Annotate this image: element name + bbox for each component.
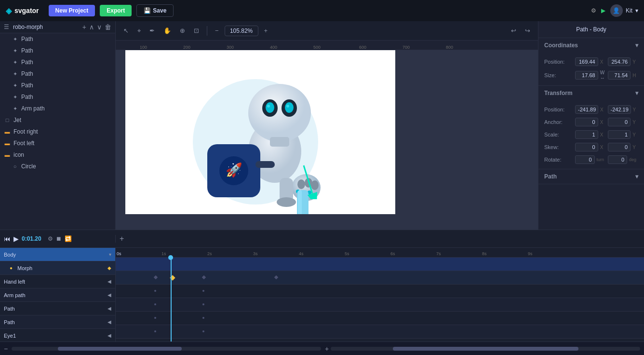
timeline-content[interactable]: 0s 1s 2s 3s 4s 5s 6s 7s 8s 9s	[116, 248, 644, 341]
position-x-value[interactable]: 169.44	[575, 57, 598, 66]
layer-item-foot-right[interactable]: ▬ Foot right	[0, 126, 115, 137]
layer-item-circle[interactable]: ○ Circle	[0, 161, 115, 172]
rotate-turn[interactable]: 0	[575, 155, 595, 164]
timeline-rows	[116, 258, 644, 341]
menu-icon[interactable]: ☰	[4, 24, 9, 30]
skew-x[interactable]: 0	[575, 143, 598, 151]
layer-name: Path	[21, 36, 33, 42]
secondary-scrollbar-thumb[interactable]	[393, 347, 578, 351]
scrollbar-track[interactable]	[12, 347, 321, 351]
crop-tool[interactable]: ⊡	[191, 25, 202, 36]
loop-button[interactable]: 🔁	[65, 235, 72, 242]
play-icon[interactable]: ▶	[601, 7, 605, 14]
position-y-value[interactable]: 254.76	[608, 57, 631, 66]
size-row: Size: 17.68 W ↔ 71.54 H	[538, 68, 644, 82]
rotate-deg[interactable]: 0	[608, 155, 628, 164]
bottom-timeline: ⏮ ▶ 0:01.20 ⚙ ⏹ 🔁 + Body ▾ ● Morph ◆	[0, 230, 644, 355]
transform-header[interactable]: Transform ▾	[538, 86, 644, 100]
logo: ◈ svgator	[6, 6, 39, 15]
layer-item[interactable]: ✦ Path	[0, 56, 115, 68]
layer-item-arm-path[interactable]: ✦ Arm path	[0, 103, 115, 114]
path-icon: ✦	[12, 82, 18, 89]
delete-button[interactable]: 🗑	[105, 23, 111, 31]
coordinates-header[interactable]: Coordinates ▾	[538, 38, 644, 53]
canvas-area[interactable]: 100 200 300 400 500 600 700 800	[116, 41, 538, 230]
layer-item[interactable]: ✦ Path	[0, 80, 115, 91]
size-w-value[interactable]: 17.68	[575, 71, 598, 80]
timeline-bottom-bar: − +	[0, 341, 644, 355]
avatar: 👤	[610, 4, 623, 17]
track-path-1[interactable]: Path ◀	[0, 302, 115, 315]
skip-start-button[interactable]: ⏮	[4, 235, 11, 243]
transform-position-row: Position: -241.89 X -242.19 Y	[538, 103, 644, 116]
pen-tool[interactable]: ✒	[147, 25, 158, 36]
layer-item-icon[interactable]: ▬ icon	[0, 149, 115, 161]
layer-name: Arm path	[21, 105, 45, 112]
stop-button[interactable]: ⏹	[56, 235, 62, 242]
topbar: ◈ svgator New Project Export 💾 Save ⚙ ▶ …	[0, 0, 644, 21]
folder-icon: ▬	[4, 151, 11, 158]
save-button[interactable]: 💾 Save	[136, 4, 174, 17]
zoom-display[interactable]: 105.82%	[225, 26, 258, 36]
layer-name: Circle	[21, 163, 36, 170]
user-button[interactable]: 👤 Kit ▾	[610, 4, 638, 17]
track-arm-path[interactable]: Arm path ◀	[0, 288, 115, 302]
right-panel: Path - Body Coordinates ▾ Position: 169.…	[538, 21, 644, 230]
hand-tool[interactable]: ✋	[161, 25, 174, 36]
anchor-y[interactable]: 0	[608, 118, 631, 126]
expand-button[interactable]: ∨	[97, 23, 102, 31]
transform-y[interactable]: -242.19	[608, 105, 631, 114]
timeline-row-path1	[116, 312, 644, 325]
add-tab-button[interactable]: +	[82, 23, 86, 31]
track-expand-icon: ▾	[109, 252, 111, 257]
scroll-plus-button[interactable]: +	[325, 345, 329, 353]
svg-point-7	[267, 105, 270, 108]
folder-icon: ▬	[4, 140, 11, 147]
add-keyframe-button[interactable]: +	[120, 234, 124, 243]
square-icon: □	[4, 117, 11, 123]
layer-name: Path	[21, 47, 33, 54]
zoom-tool[interactable]: ⊕	[177, 25, 188, 36]
undo-button[interactable]: ↩	[508, 25, 519, 36]
collapse-button[interactable]: ∧	[89, 23, 94, 31]
scrollbar-thumb[interactable]	[58, 347, 182, 351]
workspace: ☰ robo-morph + ∧ ∨ 🗑 ✦ Path ✦ Path ✦ Pat…	[0, 21, 644, 230]
track-path-2[interactable]: Path ◀	[0, 315, 115, 329]
anchor-x[interactable]: 0	[575, 118, 598, 126]
export-button[interactable]: Export	[100, 5, 132, 16]
zoom-minus-button[interactable]: −	[212, 25, 222, 36]
skew-y[interactable]: 0	[608, 143, 631, 151]
scale-x[interactable]: 1	[575, 130, 598, 139]
layer-name: Jet	[13, 117, 21, 123]
new-project-button[interactable]: New Project	[49, 5, 95, 16]
scale-y[interactable]: 1	[608, 130, 631, 139]
track-hand-left[interactable]: Hand left ◀	[0, 275, 115, 288]
track-arrow-icon: ◀	[107, 306, 111, 311]
diamond-icon: ◆	[107, 265, 111, 271]
layer-name: Foot right	[13, 128, 38, 135]
track-eye1[interactable]: Eye1 ◀	[0, 329, 115, 341]
direct-select-tool[interactable]: ⌖	[134, 25, 144, 37]
layer-item[interactable]: ✦ Path	[0, 45, 115, 56]
layer-item[interactable]: ✦ Path	[0, 33, 115, 45]
layer-item-jet[interactable]: □ Jet	[0, 114, 115, 126]
track-morph[interactable]: ● Morph ◆	[0, 261, 115, 275]
redo-button[interactable]: ↪	[522, 25, 533, 36]
track-body[interactable]: Body ▾	[0, 248, 115, 261]
layer-item-foot-left[interactable]: ▬ Foot left	[0, 137, 115, 149]
anchor-row: Anchor: 0 X 0 Y	[538, 116, 644, 128]
chevron-down-icon: ▾	[635, 7, 638, 14]
scroll-minus-button[interactable]: −	[4, 345, 8, 353]
secondary-scrollbar[interactable]	[331, 347, 640, 351]
playhead[interactable]	[171, 258, 172, 341]
play-button[interactable]: ▶	[13, 235, 19, 243]
settings-button[interactable]: ⚙	[48, 235, 53, 242]
settings-icon[interactable]: ⚙	[591, 7, 596, 14]
size-h-value[interactable]: 71.54	[608, 71, 631, 80]
select-tool[interactable]: ↖	[121, 25, 132, 36]
path-header[interactable]: Path ▾	[538, 169, 644, 184]
zoom-plus-button[interactable]: +	[261, 25, 271, 36]
transform-x[interactable]: -241.89	[575, 105, 598, 114]
layer-item[interactable]: ✦ Path	[0, 91, 115, 103]
layer-item[interactable]: ✦ Path	[0, 68, 115, 80]
